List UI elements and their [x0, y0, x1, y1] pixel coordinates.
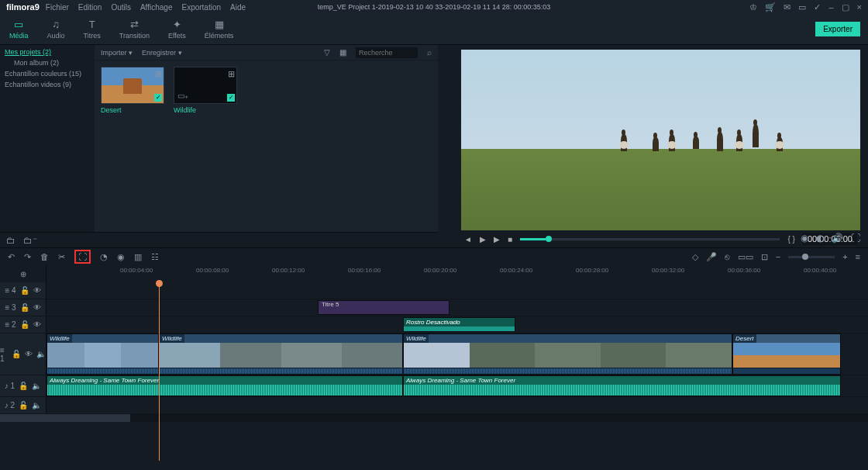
message-icon[interactable]: ✉	[784, 2, 790, 12]
grid-view-icon[interactable]: ▦	[339, 48, 346, 57]
tab-elements[interactable]: ▦Éléments	[195, 14, 243, 44]
cut-icon[interactable]: ✂	[58, 252, 65, 262]
search-icon[interactable]: ⌕	[427, 48, 432, 57]
track-head-a2[interactable]: ♪ 2🔓🔈	[0, 397, 46, 413]
play-button[interactable]: ▶	[480, 235, 486, 244]
eye-icon[interactable]: 👁	[33, 320, 41, 329]
menu-aide[interactable]: Aide	[230, 3, 246, 12]
timeline-scrollbar[interactable]	[0, 414, 868, 422]
redo-icon[interactable]: ↷	[24, 252, 31, 262]
minimize-icon[interactable]: –	[828, 2, 833, 12]
sidebar-couleurs[interactable]: Echantillon couleurs (15)	[0, 68, 95, 79]
new-folder-icon[interactable]: 🗀	[6, 235, 16, 246]
delete-icon[interactable]: 🗑	[40, 252, 49, 261]
record-dropdown[interactable]: Enregistrer ▾	[142, 49, 182, 57]
lock-icon[interactable]: 🔓	[19, 382, 28, 390]
mute-icon[interactable]: 🔈	[36, 350, 46, 358]
cart-icon[interactable]: 🛒	[765, 2, 776, 12]
prev-button[interactable]: ◄	[464, 235, 472, 244]
tab-media[interactable]: ▭Média	[0, 14, 38, 44]
track-4[interactable]	[46, 282, 868, 299]
zoom-fit-icon[interactable]: ⊡	[761, 252, 768, 262]
maximize-icon[interactable]: ▢	[842, 2, 849, 12]
media-item-wildlife[interactable]: ⊞▭₊✓ Wildlife	[174, 67, 237, 114]
clip-video-3[interactable]: Wildlife	[403, 333, 732, 375]
menu-outils[interactable]: Outils	[111, 3, 131, 12]
clip-video-2[interactable]: Wildlife	[159, 333, 403, 375]
sidebar-videos[interactable]: Echantillon videos (9)	[0, 79, 95, 90]
eye-icon[interactable]: 👁	[33, 286, 41, 295]
snapshot-icon[interactable]: ◉	[801, 233, 808, 244]
track-manager-icon[interactable]: ≡	[856, 252, 860, 261]
mute-icon[interactable]: 🔈	[32, 401, 41, 410]
color-correct-icon[interactable]: ◉	[117, 252, 125, 262]
preview-viewport[interactable]	[461, 50, 860, 230]
color-icon[interactable]: ◐	[816, 233, 824, 244]
adjust-icon[interactable]: ☷	[151, 252, 159, 262]
timeline-ruler[interactable]: 00:00:04:00 00:00:08:00 00:00:12:00 00:0…	[46, 265, 868, 282]
close-icon[interactable]: ×	[857, 2, 862, 12]
green-screen-icon[interactable]: ▥	[134, 252, 142, 262]
tab-titres[interactable]: TTitres	[74, 14, 110, 44]
track-head-3[interactable]: ≡ 3🔓👁	[0, 299, 46, 316]
filter-icon[interactable]: ▽	[324, 48, 330, 57]
sidebar-mes-projets[interactable]: Mes projets (2)	[0, 47, 95, 57]
eye-icon[interactable]: 👁	[25, 350, 33, 358]
mic-icon[interactable]: 🎤	[706, 252, 717, 262]
help-icon[interactable]: ✓	[814, 2, 821, 12]
lock-icon[interactable]: 🔓	[20, 303, 29, 312]
clip-title[interactable]: Titre 5	[318, 300, 450, 315]
sidebar-mon-album[interactable]: Mon album (2)	[0, 57, 95, 68]
fullscreen-icon[interactable]: ⛶	[851, 233, 860, 244]
add-icon[interactable]: ⊞	[154, 69, 162, 77]
delete-folder-icon[interactable]: 🗀⁻	[23, 235, 37, 246]
eye-icon[interactable]: 👁	[33, 303, 41, 312]
export-button[interactable]: Exporter	[815, 22, 860, 36]
menu-affichage[interactable]: Affichage	[140, 3, 173, 12]
mixer-icon[interactable]: ⎋	[725, 252, 730, 261]
next-button[interactable]: ▶	[494, 235, 500, 244]
add-icon[interactable]: ⊞	[227, 69, 235, 77]
zoom-out-icon[interactable]: −	[776, 252, 780, 261]
tab-transition[interactable]: ⇄Transition	[110, 14, 159, 44]
clip-effect[interactable]: Rostro Desactivado	[403, 317, 515, 332]
menu-edition[interactable]: Edition	[78, 3, 102, 12]
tab-effets[interactable]: ✦Effets	[159, 14, 195, 44]
track-head-1[interactable]: ≡ 1🔓👁🔈	[0, 333, 46, 375]
clip-audio-2[interactable]: Always Dreaming - Same Town Forever	[403, 375, 841, 396]
lock-icon[interactable]: 🔓	[19, 401, 28, 410]
search-input[interactable]	[356, 47, 418, 58]
stop-button[interactable]: ■	[508, 235, 512, 244]
render-icon[interactable]: ▭▭	[738, 252, 753, 262]
undo-icon[interactable]: ↶	[8, 252, 15, 262]
clip-video-4[interactable]: Desert	[732, 333, 841, 375]
import-dropdown[interactable]: Importer ▾	[101, 49, 133, 57]
zoom-slider[interactable]	[788, 256, 835, 258]
track-1[interactable]: Wildlife Wildlife Wildlife Desert	[46, 333, 868, 375]
crop-button[interactable]: ⛶	[74, 250, 91, 264]
clip-audio-1[interactable]: Always Dreaming - Same Town Forever	[46, 375, 403, 396]
markers-icon[interactable]: { }	[787, 235, 794, 244]
tab-audio[interactable]: ♫Audio	[38, 14, 74, 44]
notify-icon[interactable]: ▭	[798, 2, 806, 12]
track-head-4[interactable]: ≡ 4🔓👁	[0, 282, 46, 299]
volume-icon[interactable]: 🔊	[832, 233, 843, 244]
audio-track-2[interactable]	[46, 397, 868, 413]
ruler-head[interactable]: ⊕	[0, 265, 46, 282]
track-head-a1[interactable]: ♪ 1🔓🔈	[0, 375, 46, 396]
speed-icon[interactable]: ◔	[100, 252, 108, 262]
mute-icon[interactable]: 🔈	[32, 382, 41, 390]
track-2[interactable]: Rostro Desactivado	[46, 316, 868, 333]
lock-icon[interactable]: 🔓	[20, 286, 29, 295]
lock-icon[interactable]: 🔓	[20, 320, 29, 329]
track-head-2[interactable]: ≡ 2🔓👁	[0, 316, 46, 333]
audio-track-1[interactable]: Always Dreaming - Same Town Forever Alwa…	[46, 375, 868, 396]
zoom-in-icon[interactable]: +	[842, 252, 847, 261]
preview-scrubber[interactable]	[520, 238, 780, 240]
menu-fichier[interactable]: Fichier	[46, 3, 69, 12]
clip-video-1[interactable]: Wildlife	[46, 333, 159, 375]
track-3[interactable]: Titre 5	[46, 299, 868, 316]
playhead[interactable]	[159, 282, 160, 461]
media-item-desert[interactable]: ⊞✓ Desert	[101, 67, 164, 114]
marker-icon[interactable]: ◇	[692, 252, 698, 262]
